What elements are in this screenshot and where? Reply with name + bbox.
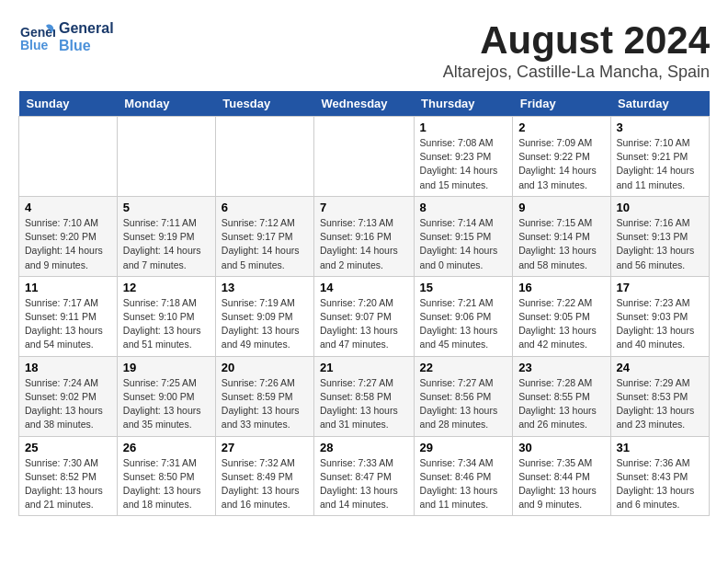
day-info: Sunrise: 7:10 AM Sunset: 9:20 PM Dayligh… [25, 216, 111, 272]
calendar-week-row: 4Sunrise: 7:10 AM Sunset: 9:20 PM Daylig… [19, 196, 710, 276]
day-info: Sunrise: 7:10 AM Sunset: 9:21 PM Dayligh… [617, 136, 703, 192]
calendar-cell: 11Sunrise: 7:17 AM Sunset: 9:11 PM Dayli… [19, 276, 118, 356]
day-number: 31 [617, 441, 703, 454]
day-number: 30 [518, 441, 604, 454]
calendar-cell: 24Sunrise: 7:29 AM Sunset: 8:53 PM Dayli… [610, 356, 709, 436]
day-number: 17 [617, 281, 703, 294]
calendar-cell: 25Sunrise: 7:30 AM Sunset: 8:52 PM Dayli… [19, 436, 118, 516]
col-sunday: Sunday [19, 91, 118, 117]
day-number: 24 [617, 361, 703, 374]
calendar-week-row: 1Sunrise: 7:08 AM Sunset: 9:23 PM Daylig… [19, 117, 710, 197]
logo-general-text: General [59, 19, 114, 37]
calendar-cell: 20Sunrise: 7:26 AM Sunset: 8:59 PM Dayli… [215, 356, 313, 436]
calendar-cell: 31Sunrise: 7:36 AM Sunset: 8:43 PM Dayli… [610, 436, 709, 516]
day-info: Sunrise: 7:12 AM Sunset: 9:17 PM Dayligh… [222, 216, 308, 272]
day-number: 22 [420, 361, 507, 374]
day-number: 11 [25, 281, 111, 294]
day-number: 8 [420, 201, 507, 214]
day-info: Sunrise: 7:28 AM Sunset: 8:55 PM Dayligh… [518, 376, 604, 432]
day-number: 4 [25, 201, 111, 214]
calendar-cell: 27Sunrise: 7:32 AM Sunset: 8:49 PM Dayli… [215, 436, 313, 516]
day-info: Sunrise: 7:15 AM Sunset: 9:14 PM Dayligh… [518, 216, 604, 272]
col-monday: Monday [117, 91, 215, 117]
calendar-cell: 9Sunrise: 7:15 AM Sunset: 9:14 PM Daylig… [513, 196, 610, 276]
col-wednesday: Wednesday [314, 91, 415, 117]
logo-icon: General Blue [18, 18, 55, 55]
day-number: 9 [518, 201, 604, 214]
calendar-cell: 10Sunrise: 7:16 AM Sunset: 9:13 PM Dayli… [610, 196, 709, 276]
calendar-cell: 15Sunrise: 7:21 AM Sunset: 9:06 PM Dayli… [414, 276, 513, 356]
day-number: 10 [617, 201, 703, 214]
col-tuesday: Tuesday [215, 91, 313, 117]
calendar-cell: 16Sunrise: 7:22 AM Sunset: 9:05 PM Dayli… [513, 276, 610, 356]
calendar-cell: 12Sunrise: 7:18 AM Sunset: 9:10 PM Dayli… [117, 276, 215, 356]
calendar-cell: 19Sunrise: 7:25 AM Sunset: 9:00 PM Dayli… [117, 356, 215, 436]
calendar-week-row: 11Sunrise: 7:17 AM Sunset: 9:11 PM Dayli… [19, 276, 710, 356]
calendar-cell: 28Sunrise: 7:33 AM Sunset: 8:47 PM Dayli… [314, 436, 415, 516]
day-info: Sunrise: 7:35 AM Sunset: 8:44 PM Dayligh… [518, 456, 604, 512]
day-number: 21 [320, 361, 408, 374]
day-number: 26 [123, 441, 210, 454]
day-number: 5 [123, 201, 210, 214]
day-info: Sunrise: 7:30 AM Sunset: 8:52 PM Dayligh… [25, 456, 111, 512]
day-number: 15 [420, 281, 507, 294]
day-info: Sunrise: 7:19 AM Sunset: 9:09 PM Dayligh… [222, 296, 308, 352]
day-info: Sunrise: 7:27 AM Sunset: 8:56 PM Dayligh… [420, 376, 507, 432]
day-number: 19 [123, 361, 210, 374]
calendar-cell: 7Sunrise: 7:13 AM Sunset: 9:16 PM Daylig… [314, 196, 415, 276]
col-friday: Friday [513, 91, 610, 117]
col-saturday: Saturday [610, 91, 709, 117]
calendar-cell: 29Sunrise: 7:34 AM Sunset: 8:46 PM Dayli… [414, 436, 513, 516]
calendar-cell [117, 117, 215, 197]
calendar-cell [314, 117, 415, 197]
day-number: 23 [518, 361, 604, 374]
day-info: Sunrise: 7:23 AM Sunset: 9:03 PM Dayligh… [617, 296, 703, 352]
day-info: Sunrise: 7:24 AM Sunset: 9:02 PM Dayligh… [25, 376, 111, 432]
day-info: Sunrise: 7:21 AM Sunset: 9:06 PM Dayligh… [420, 296, 507, 352]
location-title: Altarejos, Castille-La Mancha, Spain [443, 63, 710, 82]
page-header: General Blue General Blue August 2024 Al… [18, 18, 710, 82]
day-info: Sunrise: 7:18 AM Sunset: 9:10 PM Dayligh… [123, 296, 210, 352]
calendar-cell: 8Sunrise: 7:14 AM Sunset: 9:15 PM Daylig… [414, 196, 513, 276]
calendar-week-row: 25Sunrise: 7:30 AM Sunset: 8:52 PM Dayli… [19, 436, 710, 516]
day-number: 1 [420, 121, 507, 134]
svg-text:Blue: Blue [20, 38, 49, 52]
day-info: Sunrise: 7:27 AM Sunset: 8:58 PM Dayligh… [320, 376, 408, 432]
day-number: 13 [222, 281, 308, 294]
calendar-cell [215, 117, 313, 197]
calendar-header-row: Sunday Monday Tuesday Wednesday Thursday… [19, 91, 710, 117]
calendar-cell: 5Sunrise: 7:11 AM Sunset: 9:19 PM Daylig… [117, 196, 215, 276]
day-info: Sunrise: 7:26 AM Sunset: 8:59 PM Dayligh… [222, 376, 308, 432]
calendar-cell: 6Sunrise: 7:12 AM Sunset: 9:17 PM Daylig… [215, 196, 313, 276]
day-info: Sunrise: 7:33 AM Sunset: 8:47 PM Dayligh… [320, 456, 408, 512]
calendar-body: 1Sunrise: 7:08 AM Sunset: 9:23 PM Daylig… [19, 117, 710, 516]
day-number: 16 [518, 281, 604, 294]
calendar-cell: 2Sunrise: 7:09 AM Sunset: 9:22 PM Daylig… [513, 117, 610, 197]
calendar-cell: 23Sunrise: 7:28 AM Sunset: 8:55 PM Dayli… [513, 356, 610, 436]
calendar-cell: 22Sunrise: 7:27 AM Sunset: 8:56 PM Dayli… [414, 356, 513, 436]
day-number: 27 [222, 441, 308, 454]
day-info: Sunrise: 7:32 AM Sunset: 8:49 PM Dayligh… [222, 456, 308, 512]
month-title: August 2024 [443, 18, 710, 63]
day-number: 6 [222, 201, 308, 214]
day-info: Sunrise: 7:08 AM Sunset: 9:23 PM Dayligh… [420, 136, 507, 192]
day-number: 3 [617, 121, 703, 134]
calendar-cell [19, 117, 118, 197]
day-info: Sunrise: 7:25 AM Sunset: 9:00 PM Dayligh… [123, 376, 210, 432]
calendar-week-row: 18Sunrise: 7:24 AM Sunset: 9:02 PM Dayli… [19, 356, 710, 436]
calendar-cell: 26Sunrise: 7:31 AM Sunset: 8:50 PM Dayli… [117, 436, 215, 516]
day-number: 20 [222, 361, 308, 374]
day-info: Sunrise: 7:31 AM Sunset: 8:50 PM Dayligh… [123, 456, 210, 512]
col-thursday: Thursday [414, 91, 513, 117]
day-info: Sunrise: 7:22 AM Sunset: 9:05 PM Dayligh… [518, 296, 604, 352]
calendar-cell: 17Sunrise: 7:23 AM Sunset: 9:03 PM Dayli… [610, 276, 709, 356]
day-info: Sunrise: 7:20 AM Sunset: 9:07 PM Dayligh… [320, 296, 408, 352]
day-info: Sunrise: 7:09 AM Sunset: 9:22 PM Dayligh… [518, 136, 604, 192]
calendar-cell: 30Sunrise: 7:35 AM Sunset: 8:44 PM Dayli… [513, 436, 610, 516]
day-info: Sunrise: 7:16 AM Sunset: 9:13 PM Dayligh… [617, 216, 703, 272]
day-number: 28 [320, 441, 408, 454]
calendar-cell: 1Sunrise: 7:08 AM Sunset: 9:23 PM Daylig… [414, 117, 513, 197]
day-info: Sunrise: 7:11 AM Sunset: 9:19 PM Dayligh… [123, 216, 210, 272]
calendar-cell: 18Sunrise: 7:24 AM Sunset: 9:02 PM Dayli… [19, 356, 118, 436]
day-number: 2 [518, 121, 604, 134]
